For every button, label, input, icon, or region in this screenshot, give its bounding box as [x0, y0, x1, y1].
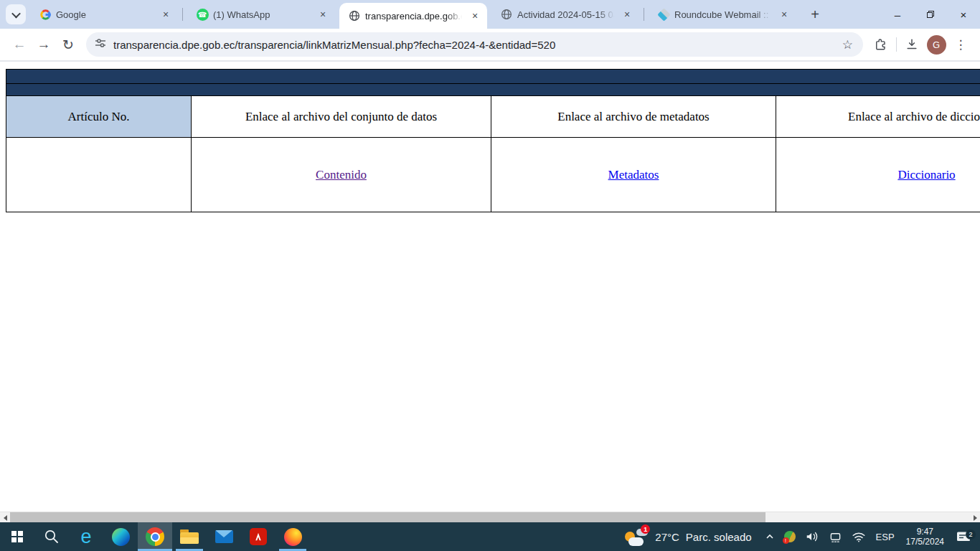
browser-toolbar: ← → ↻ transparencia.dpe.gob.ec/transpare…	[0, 29, 980, 62]
tab-title: (1) WhatsApp	[213, 9, 312, 20]
scroll-left-arrow[interactable]	[0, 512, 10, 523]
search-icon	[43, 528, 60, 545]
close-icon[interactable]: ×	[468, 9, 481, 22]
taskbar-clock[interactable]: 9:47 17/5/2024	[899, 527, 951, 547]
tab-whatsapp[interactable]: ☎ (1) WhatsApp ×	[187, 0, 335, 29]
taskbar-search-button[interactable]	[34, 522, 69, 551]
tab-roundcube[interactable]: Roundcube Webmail :: Entra ×	[649, 0, 796, 29]
left-triangle-icon	[4, 515, 7, 521]
acrobat-icon	[250, 528, 267, 545]
desktop-screen: Google × ☎ (1) WhatsApp × transparencia.…	[0, 0, 980, 551]
roundcube-favicon	[657, 8, 670, 21]
globe-icon	[348, 9, 361, 22]
minimize-button[interactable]: –	[881, 0, 914, 29]
tab-title: Roundcube Webmail :: Entra	[674, 9, 773, 20]
table-header-row: Artículo No. Enlace al archivo del conju…	[6, 96, 980, 138]
internet-explorer-icon: e	[80, 527, 91, 547]
taskbar-mail-button[interactable]	[207, 522, 241, 551]
back-button[interactable]: ←	[7, 32, 32, 57]
whatsapp-favicon: ☎	[196, 8, 209, 21]
taskbar-explorer-button[interactable]	[172, 522, 207, 551]
windows-logo-icon	[11, 531, 24, 543]
profile-avatar[interactable]: G	[924, 32, 948, 57]
close-icon[interactable]: ×	[621, 8, 633, 21]
volume-icon[interactable]	[805, 530, 819, 543]
header-metadatos: Enlace al archivo de metadatos	[491, 96, 776, 138]
bookmark-star-icon[interactable]: ☆	[841, 37, 854, 52]
scrollbar-thumb[interactable]	[10, 512, 765, 523]
tab-title: transparencia.dpe.gob.ec/tra	[365, 11, 464, 22]
window-controls: – ×	[881, 0, 980, 29]
horizontal-scrollbar[interactable]	[0, 512, 980, 522]
taskbar-acrobat-button[interactable]	[241, 522, 275, 551]
tab-title: Google	[56, 9, 155, 20]
taskbar-edge-button[interactable]	[103, 522, 138, 551]
close-icon[interactable]: ×	[316, 8, 329, 21]
tab-actividad[interactable]: Actividad 2024-05-15 08:00 ×	[491, 0, 639, 29]
mail-icon	[215, 530, 233, 543]
table-banner-row	[6, 70, 980, 84]
wifi-icon[interactable]	[852, 531, 866, 543]
close-window-button[interactable]: ×	[947, 0, 980, 29]
extensions-icon[interactable]	[869, 32, 893, 57]
web-page: Artículo No. Enlace al archivo del conju…	[0, 63, 980, 512]
downloads-icon[interactable]	[900, 32, 924, 57]
site-settings-icon[interactable]	[95, 37, 106, 52]
language-indicator[interactable]: ESP	[872, 532, 899, 542]
weather-condition: Parc. soleado	[686, 531, 752, 543]
tab-separator	[644, 8, 644, 21]
notification-center-button[interactable]: 2	[951, 530, 980, 544]
address-bar[interactable]: transparencia.dpe.gob.ec/transparencia/l…	[86, 32, 863, 57]
contenido-link[interactable]: Contenido	[316, 168, 367, 182]
taskbar-firefox-button[interactable]	[275, 522, 310, 551]
file-explorer-icon	[180, 529, 199, 544]
start-button[interactable]	[0, 522, 34, 551]
tray-expand-icon[interactable]	[765, 532, 775, 542]
taskbar-chrome-button[interactable]	[138, 522, 172, 551]
header-conjunto-datos: Enlace al archivo del conjunto de datos	[192, 96, 491, 138]
new-tab-button[interactable]: +	[805, 4, 825, 24]
time-text: 9:47	[906, 527, 944, 537]
chrome-icon	[146, 527, 164, 546]
firefox-icon	[284, 528, 302, 546]
notification-badge: 2	[966, 529, 976, 540]
tab-search-button[interactable]	[6, 4, 26, 24]
display-connect-icon[interactable]	[829, 531, 842, 543]
tab-transparencia-active[interactable]: transparencia.dpe.gob.ec/tra ×	[339, 3, 487, 29]
toolbar-divider	[896, 37, 897, 52]
close-icon[interactable]: ×	[159, 8, 172, 21]
weather-temp: 27°C	[655, 531, 679, 543]
restore-button[interactable]	[914, 0, 947, 29]
date-text: 17/5/2024	[906, 537, 944, 547]
browser-menu-icon[interactable]: ⋮	[948, 32, 973, 57]
taskbar-ie-button[interactable]: e	[69, 522, 103, 551]
tab-separator	[182, 8, 183, 21]
weather-icon: 1	[624, 527, 649, 547]
weather-badge: 1	[641, 524, 650, 534]
empty-cell	[6, 138, 192, 212]
diccionario-link[interactable]: Diccionario	[897, 168, 955, 182]
table-row: Contenido Metadatos Diccionario	[6, 138, 980, 212]
transparency-table: Artículo No. Enlace al archivo del conju…	[6, 69, 980, 212]
scroll-right-arrow[interactable]	[970, 512, 980, 523]
edge-icon	[112, 528, 130, 546]
restore-icon	[927, 11, 934, 18]
windows-taskbar: e 1	[0, 522, 980, 551]
tab-google[interactable]: Google ×	[30, 0, 178, 29]
table-banner-row	[6, 84, 980, 96]
header-diccionario: Enlace al archivo de diccionario	[776, 96, 980, 138]
forward-button[interactable]: →	[32, 32, 56, 57]
metadatos-link[interactable]: Metadatos	[608, 168, 659, 182]
header-articulo: Artículo No.	[6, 96, 192, 138]
antivirus-icon[interactable]: !	[784, 531, 796, 542]
taskbar-right: 1 27°C Parc. soleado !	[617, 522, 980, 551]
close-icon[interactable]: ×	[778, 8, 791, 21]
weather-widget[interactable]: 1 27°C Parc. soleado	[617, 527, 758, 547]
chevron-down-icon	[11, 9, 21, 18]
globe-icon	[500, 8, 513, 21]
google-favicon	[39, 8, 52, 21]
right-triangle-icon	[974, 515, 977, 521]
url-text: transparencia.dpe.gob.ec/transparencia/l…	[113, 39, 841, 51]
reload-button[interactable]: ↻	[56, 32, 80, 57]
system-tray: !	[759, 530, 872, 543]
